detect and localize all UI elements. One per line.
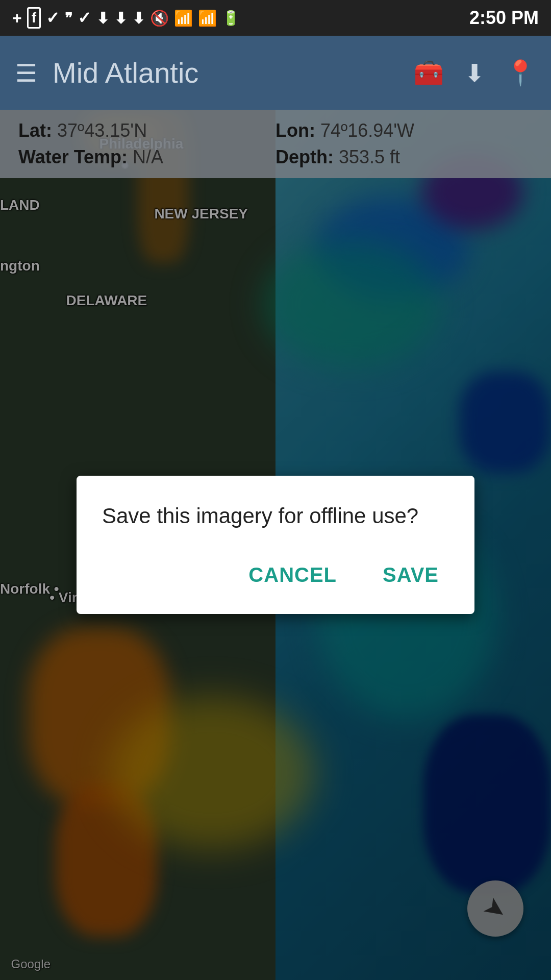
- header-actions: 🧰 ⬇ 📍: [413, 59, 536, 87]
- mute-icon: 🔇: [150, 9, 169, 27]
- save-imagery-dialog: Save this imagery for offline use? CANCE…: [77, 476, 474, 615]
- check-icon-2: ✓: [78, 8, 91, 28]
- download-icon-1: ⬇: [96, 9, 109, 27]
- download-icon-3: ⬇: [132, 9, 145, 27]
- status-time: 2:50 PM: [469, 7, 539, 29]
- app-header: ☰ Mid Atlantic 🧰 ⬇ 📍: [0, 36, 551, 110]
- cancel-button[interactable]: CANCEL: [238, 556, 347, 594]
- dialog-message: Save this imagery for offline use?: [102, 501, 449, 531]
- battery-icon: 🔋: [222, 10, 240, 27]
- dialog-overlay: Save this imagery for offline use? CANCE…: [0, 110, 551, 980]
- map-container[interactable]: Philadelphia NEW JERSEY LAND ngton DELAW…: [0, 110, 551, 980]
- signal-icon: 📶: [198, 9, 217, 27]
- status-icons-left: + f ✓ ❞ ✓ ⬇ ⬇ ⬇ 🔇 📶 📶 🔋: [12, 7, 240, 29]
- download-action-icon[interactable]: ⬇: [464, 59, 485, 87]
- save-button[interactable]: SAVE: [372, 556, 449, 594]
- dialog-buttons: CANCEL SAVE: [102, 556, 449, 594]
- download-icon-2: ⬇: [114, 9, 127, 27]
- check-icon-1: ✓: [46, 8, 60, 28]
- quote-icon: ❞: [65, 10, 72, 27]
- location-icon[interactable]: 📍: [505, 59, 536, 87]
- facebook-icon: f: [27, 7, 41, 29]
- page-title: Mid Atlantic: [53, 56, 413, 89]
- menu-icon[interactable]: ☰: [15, 59, 37, 87]
- status-bar: + f ✓ ❞ ✓ ⬇ ⬇ ⬇ 🔇 📶 📶 🔋 2:50 PM: [0, 0, 551, 36]
- add-icon: +: [12, 9, 22, 28]
- briefcase-icon[interactable]: 🧰: [413, 59, 444, 87]
- wifi-icon: 📶: [174, 9, 193, 27]
